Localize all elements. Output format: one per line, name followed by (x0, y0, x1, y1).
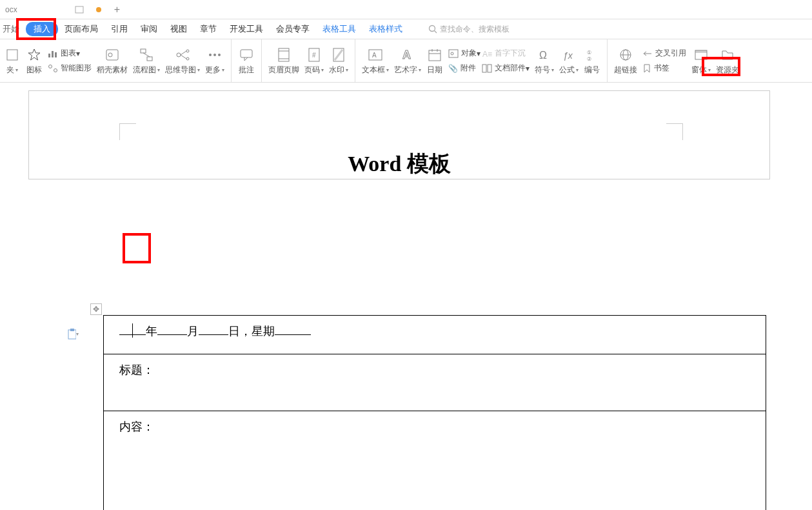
svg-text:Ω: Ω (539, 50, 547, 61)
attachment-icon: 📎 (448, 64, 458, 73)
btn-flowchart[interactable]: 流程图▾ (130, 39, 163, 82)
svg-rect-0 (75, 6, 83, 13)
textbox-icon: A (367, 46, 384, 63)
btn-watermark[interactable]: 水印▾ (326, 39, 355, 82)
btn-cross-ref[interactable]: 交叉引用 (642, 48, 686, 59)
btn-chart[interactable]: 图表▾ (48, 48, 92, 59)
docer-icon (104, 46, 121, 63)
paste-options-icon[interactable]: ▾ (67, 328, 79, 340)
btn-doc-parts[interactable]: 文档部件▾ (482, 63, 530, 74)
watermark-icon (330, 46, 347, 63)
btn-window[interactable]: 窗体▾ (689, 39, 713, 82)
btn-smart-graphic[interactable]: 智能图形 (48, 63, 92, 74)
formula-icon: ƒx (560, 46, 577, 63)
command-search[interactable]: 查找命令、搜索模板 (428, 24, 510, 35)
btn-page-number[interactable]: # 页码▾ (302, 39, 326, 82)
tab-chapter[interactable]: 章节 (193, 21, 223, 37)
document-table[interactable]: 年月日，星期 标题： 内容： (103, 315, 766, 510)
comment-icon (238, 46, 255, 63)
header-footer-icon (275, 46, 292, 63)
new-tab-button[interactable]: + (114, 4, 120, 15)
number-icon: ①② (584, 46, 600, 63)
btn-number[interactable]: ①② 编号 (581, 39, 608, 82)
btn-formula[interactable]: ƒx 公式▾ (557, 39, 581, 82)
svg-rect-24 (279, 48, 289, 61)
svg-rect-3 (7, 50, 17, 60)
tab-references[interactable]: 引用 (104, 21, 134, 37)
btn-date[interactable]: 日期 (424, 39, 446, 82)
tab-start[interactable]: 开始 (1, 21, 26, 37)
btn-textbox[interactable]: A 文本框▾ (359, 39, 391, 82)
window-form-icon (693, 46, 709, 63)
svg-point-22 (218, 54, 221, 56)
tab-table-style[interactable]: 表格样式 (362, 21, 409, 37)
btn-bookmark[interactable]: 书签 (642, 63, 686, 74)
tab-table-tools[interactable]: 表格工具 (316, 21, 362, 37)
svg-point-11 (108, 53, 112, 57)
search-placeholder: 查找命令、搜索模板 (440, 24, 510, 35)
document-canvas[interactable]: Word 模板 ✥ ▾ 年月日，星期 标题： 内容： (0, 84, 812, 510)
btn-partial[interactable]: 夹▾ (1, 39, 23, 82)
svg-rect-42 (488, 65, 491, 72)
chart-icon (48, 49, 58, 58)
svg-rect-53 (70, 329, 74, 331)
btn-mindmap[interactable]: 思维导图▾ (163, 39, 203, 82)
star-icon (26, 46, 43, 63)
svg-text:②: ② (587, 56, 591, 62)
tab-member[interactable]: 会员专享 (270, 21, 316, 37)
margin-corner-tr (666, 123, 683, 140)
tab-page-layout[interactable]: 页面布局 (58, 21, 104, 37)
btn-symbol[interactable]: Ω 符号▾ (532, 39, 557, 82)
btn-attachment[interactable]: 📎附件 (448, 63, 480, 74)
table-move-handle[interactable]: ✥ (90, 303, 102, 315)
tab-insert[interactable]: 插入 (26, 22, 58, 36)
btn-object[interactable]: 对象▾ (448, 48, 480, 59)
tab-review[interactable]: 审阅 (134, 21, 164, 37)
svg-line-14 (143, 53, 150, 57)
svg-point-1 (430, 26, 435, 32)
menu-bar: 开始 插入 页面布局 引用 审阅 视图 章节 开发工具 会员专享 表格工具 表格… (0, 19, 812, 39)
generic-icon (4, 46, 21, 63)
svg-rect-6 (52, 51, 54, 57)
svg-rect-12 (141, 49, 146, 53)
tab-view[interactable]: 视图 (164, 21, 193, 37)
drop-cap-icon: A≡ (482, 49, 492, 58)
margin-corner-tl (119, 123, 136, 140)
resource-icon (719, 46, 736, 63)
btn-art-text[interactable]: A 艺术字▾ (391, 39, 424, 82)
btn-hyperlink[interactable]: 超链接 (611, 39, 640, 82)
title-bar: ocx + (0, 0, 812, 19)
table-cell-heading[interactable]: 标题： (104, 354, 766, 411)
svg-point-15 (177, 53, 181, 57)
btn-header-footer[interactable]: 页眉页脚 (266, 39, 302, 82)
table-cell-content[interactable]: 内容： (104, 411, 766, 511)
art-text-icon: A (399, 46, 416, 63)
text-cursor (132, 323, 133, 338)
svg-rect-34 (429, 50, 441, 61)
svg-marker-4 (28, 49, 40, 60)
btn-drop-cap: A≡首字下沉 (482, 48, 530, 59)
btn-icons[interactable]: 图标 (23, 39, 45, 82)
page[interactable]: Word 模板 (28, 90, 770, 179)
btn-resource[interactable]: 资源夹 (713, 39, 742, 82)
svg-rect-41 (482, 65, 486, 72)
document-title[interactable]: Word 模板 (29, 149, 769, 179)
tab-dev-tools[interactable]: 开发工具 (223, 21, 270, 37)
svg-text:A: A (402, 48, 411, 61)
date-icon (426, 46, 443, 63)
table-cell-date[interactable]: 年月日，星期 (104, 316, 766, 354)
svg-text:①: ① (587, 50, 591, 56)
btn-more[interactable]: 更多▾ (203, 39, 232, 82)
page-number-icon: # (306, 46, 322, 63)
svg-point-9 (54, 68, 57, 72)
svg-point-8 (49, 65, 52, 68)
btn-docer[interactable]: 稻壳素材 (94, 39, 130, 82)
symbol-icon: Ω (536, 46, 553, 63)
window-icon[interactable] (74, 5, 84, 15)
svg-text:A: A (372, 52, 377, 59)
svg-point-21 (213, 54, 216, 56)
svg-text:A≡: A≡ (482, 50, 492, 58)
bookmark-icon (642, 64, 651, 73)
btn-comment[interactable]: 批注 (235, 39, 262, 82)
more-icon (206, 46, 223, 63)
